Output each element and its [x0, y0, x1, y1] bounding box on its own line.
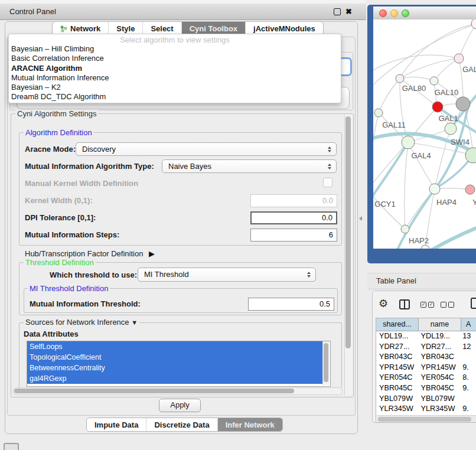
- table-cell[interactable]: YLR345W: [418, 404, 460, 415]
- attribute-list-item[interactable]: gal4RGexp: [27, 373, 323, 384]
- table-cell[interactable]: YPR145W: [418, 363, 460, 373]
- network-node[interactable]: [430, 77, 438, 85]
- table-cell[interactable]: YDR27...: [418, 342, 460, 353]
- dropdown-item[interactable]: Bayesian – Hill Climbing: [11, 44, 336, 54]
- table-hscrollbar-track[interactable]: [377, 415, 476, 422]
- table-row[interactable]: YLR345WYLR345W9.: [376, 404, 476, 415]
- tab-impute-data[interactable]: Impute Data: [87, 418, 146, 431]
- dropdown-item[interactable]: Dream8 DC_TDC Algorithm: [11, 92, 336, 102]
- network-edge: [379, 79, 400, 113]
- network-view-canvas[interactable]: GALGAL80GAL10GAL1GAL11SWI4GAL4HAP4YGCY1H…: [373, 19, 476, 249]
- network-node[interactable]: [454, 54, 464, 63]
- close-icon[interactable]: ✖: [345, 4, 352, 19]
- table-cell[interactable]: 12: [459, 342, 476, 353]
- table-cell[interactable]: YDL19...: [418, 331, 460, 342]
- column-header-shared-name[interactable]: shared...: [376, 318, 419, 331]
- table-cell[interactable]: YBR043C: [376, 352, 418, 363]
- table-cell[interactable]: YPR145W: [376, 363, 418, 373]
- bottom-left-palette-button[interactable]: [4, 443, 19, 450]
- network-node[interactable]: [456, 97, 470, 111]
- zoom-traffic-light[interactable]: [402, 9, 409, 17]
- table-cell[interactable]: 9.: [459, 363, 476, 373]
- minimize-traffic-light[interactable]: [390, 9, 398, 17]
- node-label: GAL1: [438, 114, 458, 123]
- table-cell[interactable]: YLR345W: [376, 404, 418, 415]
- tab-infer-network[interactable]: Infer Network: [217, 418, 282, 431]
- attribute-list-item[interactable]: TopologicalCoefficient: [27, 352, 323, 363]
- network-node[interactable]: [432, 102, 443, 112]
- table-cell[interactable]: YDL19...: [376, 331, 418, 342]
- which-threshold-combo[interactable]: MI Threshold: [138, 268, 316, 282]
- dpi-tolerance-field[interactable]: 0.0: [250, 211, 337, 224]
- settings-scrollbar-thumb[interactable]: [345, 116, 351, 348]
- kernel-width-label: Kernel Width (0,1):: [25, 196, 93, 205]
- dropdown-item[interactable]: Basic Correlation Inference: [11, 54, 336, 64]
- sources-toggle[interactable]: Sources for Network Inference ▼: [24, 318, 139, 327]
- table-cell[interactable]: [459, 352, 476, 363]
- node-label: GAL80: [402, 84, 426, 93]
- attr-list-scrollbar-thumb[interactable]: [324, 343, 328, 382]
- dropdown-item-selected[interactable]: ARACNE Algorithm: [11, 64, 336, 74]
- tab-discretize-data[interactable]: Discretize Data: [146, 418, 217, 431]
- table-row[interactable]: YBL079WYBL079W: [376, 394, 476, 405]
- new-table-icon[interactable]: [471, 298, 476, 309]
- table-cell[interactable]: 13: [459, 331, 476, 342]
- table-row[interactable]: YBR043CYBR043C: [376, 352, 476, 363]
- attribute-list-item[interactable]: BetweennessCentrality: [27, 363, 323, 373]
- column-header-name[interactable]: name: [419, 318, 461, 331]
- table-cell[interactable]: YBL079W: [418, 394, 460, 405]
- table-row[interactable]: YDL19...YDL19...13: [376, 331, 476, 342]
- table-cell[interactable]: YBR043C: [418, 352, 460, 363]
- table-row[interactable]: YPR145WYPR145W9.: [376, 363, 476, 373]
- dropdown-item[interactable]: Bayesian – K2: [11, 83, 336, 93]
- network-node[interactable]: [429, 184, 440, 194]
- kernel-width-field[interactable]: 0.0: [250, 194, 337, 207]
- network-node[interactable]: [401, 225, 409, 233]
- network-edge: [405, 142, 408, 229]
- network-node[interactable]: [421, 245, 429, 249]
- hub-definition-toggle[interactable]: Hub/Transcription Factor Definition ▶: [25, 249, 155, 258]
- network-node[interactable]: [465, 185, 475, 194]
- table-cell[interactable]: YBR045C: [376, 383, 418, 394]
- table-row[interactable]: YBR045CYBR045C9.: [376, 383, 476, 394]
- network-window-titlebar[interactable]: [373, 6, 476, 20]
- panel-splitter-handle-icon[interactable]: [359, 216, 362, 221]
- network-node[interactable]: [396, 74, 404, 83]
- table-cell[interactable]: YER054C: [376, 373, 418, 383]
- gear-icon[interactable]: ⚙: [379, 297, 388, 310]
- deselect-all-box-icon[interactable]: [448, 302, 454, 308]
- table-cell[interactable]: [459, 394, 476, 405]
- attribute-list-item[interactable]: SelfLoops: [27, 341, 323, 352]
- aracne-mode-combo[interactable]: Discovery: [76, 142, 337, 156]
- network-node[interactable]: [471, 19, 476, 29]
- table-row[interactable]: YER054CYER054C8.: [376, 373, 476, 383]
- select-all-check-icon[interactable]: ✓: [428, 302, 434, 308]
- manual-kernel-checkbox[interactable]: [323, 178, 332, 187]
- table-cell[interactable]: 8.: [459, 373, 476, 383]
- network-node[interactable]: [374, 109, 383, 117]
- table-cell[interactable]: YER054C: [418, 373, 460, 383]
- close-traffic-light[interactable]: [379, 9, 387, 17]
- table-cell[interactable]: YBR045C: [418, 383, 460, 394]
- float-window-icon[interactable]: [334, 8, 341, 15]
- table-row[interactable]: YDR27...YDR27...12: [376, 342, 476, 353]
- columns-icon[interactable]: [399, 299, 410, 309]
- table-panel-titlebar[interactable]: Table Panel: [367, 273, 476, 289]
- table-hscrollbar-thumb[interactable]: [378, 417, 471, 422]
- column-header-third[interactable]: A: [461, 318, 476, 331]
- mi-type-combo[interactable]: Naive Bayes: [162, 159, 337, 173]
- mi-threshold-field[interactable]: 0.5: [248, 298, 334, 311]
- table-cell[interactable]: YBL079W: [376, 394, 418, 405]
- settings-hscrollbar-thumb[interactable]: [14, 389, 294, 393]
- table-cell[interactable]: 9.: [459, 404, 476, 415]
- apply-button[interactable]: Apply: [159, 399, 201, 412]
- table-cell[interactable]: YDR27...: [376, 342, 418, 353]
- network-node[interactable]: [445, 123, 457, 135]
- network-node[interactable]: [402, 136, 415, 149]
- deselect-all-box-icon[interactable]: [441, 302, 446, 308]
- dropdown-item[interactable]: Mutual Information Inference: [11, 73, 336, 83]
- table-cell[interactable]: 9.: [459, 383, 476, 394]
- control-panel-titlebar[interactable]: Control Panel ✖: [0, 4, 366, 20]
- select-all-check-icon[interactable]: ✓: [420, 302, 426, 308]
- mi-steps-field[interactable]: 6: [250, 229, 337, 242]
